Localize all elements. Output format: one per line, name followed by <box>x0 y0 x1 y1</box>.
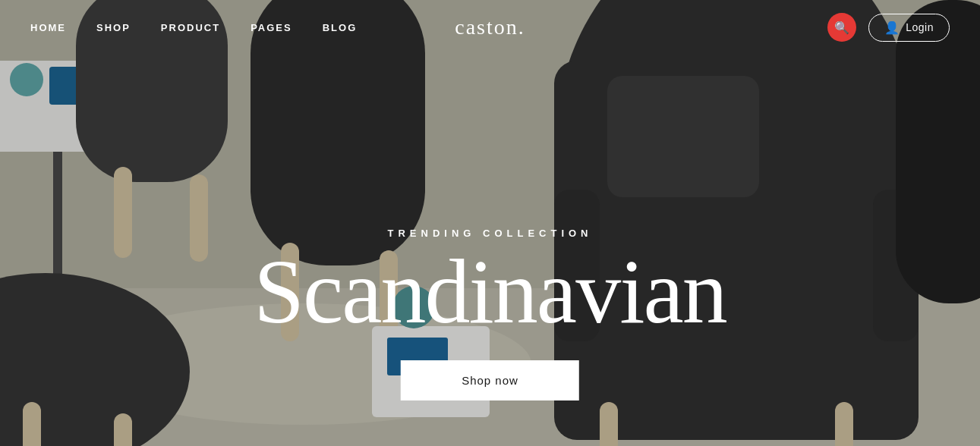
nav-item-product[interactable]: PRODUCT <box>161 22 220 33</box>
nav-item-home[interactable]: HOME <box>30 22 66 33</box>
search-icon: 🔍 <box>834 20 849 35</box>
user-icon: 👤 <box>884 20 900 35</box>
nav-item-shop[interactable]: SHOP <box>96 22 131 33</box>
hero-title: Scandinavian <box>254 247 726 338</box>
site-logo[interactable]: caston. <box>455 15 525 39</box>
login-button[interactable]: 👤 Login <box>868 14 950 42</box>
hero-subtitle: TRENDING COLLECTION <box>254 228 726 239</box>
nav-item-blog[interactable]: BLOG <box>323 22 358 33</box>
search-button[interactable]: 🔍 <box>827 13 856 42</box>
nav-right: 🔍 👤 Login <box>827 13 950 42</box>
shop-now-button[interactable]: Shop now <box>401 360 579 400</box>
login-label: Login <box>906 21 934 33</box>
nav-item-pages[interactable]: PAGES <box>251 22 292 33</box>
hero-content: TRENDING COLLECTION Scandinavian Shop no… <box>254 228 726 400</box>
nav-left: HOME SHOP PRODUCT PAGES BLOG <box>30 22 357 33</box>
navbar: HOME SHOP PRODUCT PAGES BLOG caston. 🔍 👤… <box>0 0 980 55</box>
